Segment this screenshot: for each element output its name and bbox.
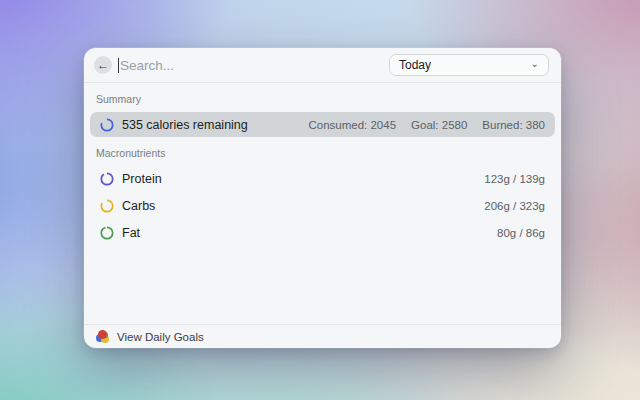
window-footer: View Daily Goals <box>84 324 561 348</box>
chevron-down-icon: ⌄ <box>531 59 539 69</box>
header-divider <box>84 82 561 83</box>
period-dropdown-value: Today <box>399 58 431 72</box>
period-dropdown[interactable]: Today ⌄ <box>389 54 549 76</box>
protein-progress-ring-icon <box>100 172 114 186</box>
macro-row-label: Fat <box>122 226 140 240</box>
view-daily-goals-action[interactable]: View Daily Goals <box>84 325 561 348</box>
summary-row[interactable]: 535 calories remaining Consumed: 2045 Go… <box>90 112 555 137</box>
section-header-summary: Summary <box>96 93 549 105</box>
calories-progress-ring-icon <box>100 118 114 132</box>
calorie-tracker-window: ← Today ⌄ Summary 535 calories remaining… <box>84 48 561 348</box>
text-caret <box>118 58 119 73</box>
macro-row-protein[interactable]: Protein 123g / 139g <box>90 166 555 192</box>
carbs-progress-ring-icon <box>100 199 114 213</box>
macro-row-value: 80g / 86g <box>497 227 545 239</box>
search-field-area <box>118 48 389 82</box>
daily-goals-app-icon <box>96 330 109 343</box>
fat-progress-ring-icon <box>100 226 114 240</box>
summary-row-label: 535 calories remaining <box>122 118 248 132</box>
consumed-stat: Consumed: 2045 <box>308 119 396 131</box>
search-input[interactable] <box>120 58 389 73</box>
macro-row-value: 123g / 139g <box>484 173 545 185</box>
back-arrow-icon: ← <box>97 57 109 74</box>
goal-stat: Goal: 2580 <box>411 119 467 131</box>
back-button[interactable]: ← <box>94 56 112 74</box>
macro-row-fat[interactable]: Fat 80g / 86g <box>90 220 555 246</box>
macro-row-value: 206g / 323g <box>484 200 545 212</box>
section-header-macronutrients: Macronutrients <box>96 147 549 159</box>
footer-action-label: View Daily Goals <box>117 331 204 343</box>
desktop-background: ← Today ⌄ Summary 535 calories remaining… <box>0 0 640 400</box>
burned-stat: Burned: 380 <box>482 119 545 131</box>
macro-row-label: Protein <box>122 172 162 186</box>
macro-row-label: Carbs <box>122 199 155 213</box>
macro-row-carbs[interactable]: Carbs 206g / 323g <box>90 193 555 219</box>
search-header: ← Today ⌄ <box>84 48 561 82</box>
summary-stats: Consumed: 2045 Goal: 2580 Burned: 380 <box>308 119 545 131</box>
results-list: Summary 535 calories remaining Consumed:… <box>84 93 561 246</box>
